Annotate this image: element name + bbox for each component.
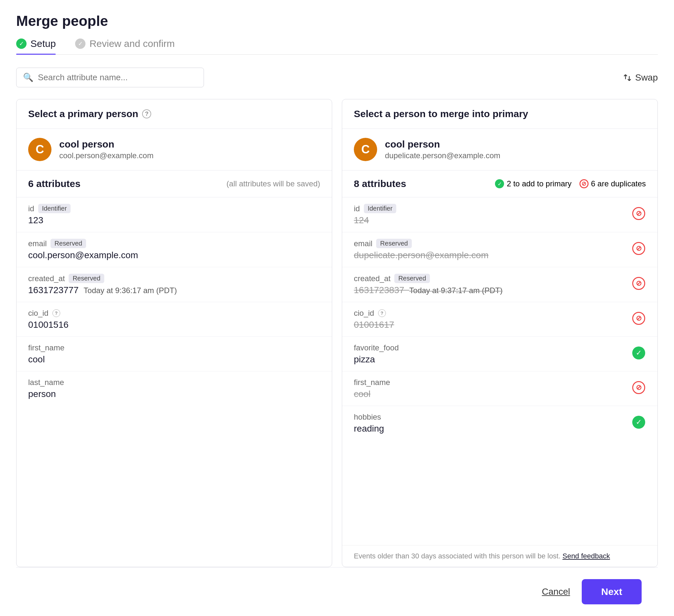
primary-attr-email-tag: Reserved bbox=[50, 239, 86, 248]
secondary-attr-favorite-food: favorite_food pizza ✓ bbox=[342, 337, 658, 371]
primary-attr-id-tag: Identifier bbox=[38, 204, 71, 213]
primary-header: Select a primary person ? bbox=[16, 99, 332, 129]
primary-attributes-header: 6 attributes (all attributes will be sav… bbox=[16, 170, 332, 197]
primary-attr-cio-id-value: 01001516 bbox=[28, 320, 69, 330]
yes-icon: ✓ bbox=[632, 346, 645, 359]
no-icon: ⊘ bbox=[632, 312, 645, 325]
primary-attr-email-key: email bbox=[28, 239, 46, 248]
swap-label: Swap bbox=[635, 72, 658, 83]
primary-help-icon[interactable]: ? bbox=[142, 109, 151, 118]
tabs: ✓ Setup ✓ Review and confirm bbox=[16, 38, 658, 55]
secondary-attr-cio-id-icon: ⊘ bbox=[632, 311, 646, 325]
secondary-attr-first-name: first_name cool ⊘ bbox=[342, 371, 658, 406]
search-icon: 🔍 bbox=[23, 72, 33, 83]
badge-dup-icon: ⊘ bbox=[579, 179, 588, 188]
primary-column: Select a primary person ? C cool person … bbox=[16, 99, 332, 567]
search-box[interactable]: 🔍 bbox=[16, 67, 204, 87]
secondary-attr-email-tag: Reserved bbox=[376, 239, 412, 248]
primary-attr-first-name: first_name cool bbox=[16, 337, 332, 371]
primary-cio-id-help-icon[interactable]: ? bbox=[52, 309, 60, 317]
badge-add-label: 2 to add to primary bbox=[507, 179, 571, 188]
secondary-attr-hobbies-value: reading bbox=[354, 424, 384, 434]
primary-attr-first-name-key: first_name bbox=[28, 343, 65, 352]
primary-attr-created-at: created_at Reserved 1631723777 Today at … bbox=[16, 267, 332, 302]
secondary-attr-email-value: dupelicate.person@example.com bbox=[354, 250, 488, 261]
secondary-attr-favorite-food-value: pizza bbox=[354, 354, 399, 364]
columns: Select a primary person ? C cool person … bbox=[16, 99, 658, 567]
review-check-icon: ✓ bbox=[75, 38, 86, 49]
secondary-cio-id-help-icon[interactable]: ? bbox=[378, 309, 386, 317]
secondary-attr-hobbies-key: hobbies bbox=[354, 413, 381, 422]
secondary-attr-created-at-tag: Reserved bbox=[394, 274, 430, 283]
no-icon: ⊘ bbox=[632, 277, 645, 290]
primary-attributes-count: 6 attributes bbox=[28, 178, 81, 189]
secondary-attr-first-name-key: first_name bbox=[354, 378, 390, 387]
primary-person-card: C cool person cool.person@example.com bbox=[16, 129, 332, 170]
secondary-person-name: cool person bbox=[385, 139, 500, 150]
swap-button[interactable]: Swap bbox=[623, 72, 658, 83]
secondary-attr-first-name-value: cool bbox=[354, 389, 390, 399]
next-button[interactable]: Next bbox=[582, 579, 642, 604]
primary-attr-cio-id: cio_id ? 01001516 bbox=[16, 302, 332, 337]
page-title: Merge people bbox=[16, 13, 658, 29]
secondary-attr-first-name-icon: ⊘ bbox=[632, 380, 646, 395]
primary-attr-cio-id-key: cio_id bbox=[28, 309, 48, 318]
secondary-attr-created-at-value: 1631723837 Today at 9:37:17 am (PDT) bbox=[354, 285, 502, 295]
tab-review[interactable]: ✓ Review and confirm bbox=[75, 38, 175, 54]
primary-attr-last-name-key: last_name bbox=[28, 378, 64, 387]
badge-dup: ⊘ 6 are duplicates bbox=[579, 179, 646, 188]
secondary-attr-id-key: id bbox=[354, 204, 360, 213]
primary-attr-id-value: 123 bbox=[28, 215, 71, 225]
secondary-attr-created-at-sub: Today at 9:37:17 am (PDT) bbox=[409, 286, 502, 295]
secondary-attr-email-icon: ⊘ bbox=[632, 241, 646, 256]
search-input[interactable] bbox=[38, 72, 197, 83]
primary-attr-created-at-sub: Today at 9:36:17 am (PDT) bbox=[84, 286, 177, 295]
secondary-attr-created-at-icon: ⊘ bbox=[632, 276, 646, 291]
secondary-attr-favorite-food-icon: ✓ bbox=[632, 346, 646, 360]
secondary-attributes-list: id Identifier 124 ⊘ email Reserved bbox=[342, 197, 658, 545]
tab-setup[interactable]: ✓ Setup bbox=[16, 38, 56, 54]
secondary-footer-note: Events older than 30 days associated wit… bbox=[342, 545, 658, 567]
primary-attributes-list: id Identifier 123 email Reserved cool.pe… bbox=[16, 197, 332, 567]
secondary-header: Select a person to merge into primary bbox=[342, 99, 658, 129]
secondary-attr-email: email Reserved dupelicate.person@example… bbox=[342, 232, 658, 267]
primary-person-name: cool person bbox=[59, 139, 153, 150]
secondary-attr-id-tag: Identifier bbox=[364, 204, 397, 213]
tab-setup-label: Setup bbox=[30, 38, 56, 49]
secondary-attr-favorite-food-key: favorite_food bbox=[354, 343, 399, 352]
primary-person-email: cool.person@example.com bbox=[59, 151, 153, 160]
secondary-badges: ✓ 2 to add to primary ⊘ 6 are duplicates bbox=[495, 179, 646, 188]
secondary-attr-id: id Identifier 124 ⊘ bbox=[342, 197, 658, 232]
primary-header-title: Select a primary person bbox=[28, 108, 138, 119]
primary-attr-first-name-value: cool bbox=[28, 354, 65, 364]
secondary-attr-id-value: 124 bbox=[354, 215, 396, 225]
primary-attr-email: email Reserved cool.person@example.com bbox=[16, 232, 332, 267]
primary-attr-email-value: cool.person@example.com bbox=[28, 250, 138, 261]
secondary-avatar: C bbox=[354, 138, 377, 161]
secondary-attributes-count: 8 attributes bbox=[354, 178, 406, 189]
no-icon: ⊘ bbox=[632, 242, 645, 255]
secondary-attr-hobbies-icon: ✓ bbox=[632, 415, 646, 429]
yes-icon: ✓ bbox=[632, 416, 645, 429]
no-icon: ⊘ bbox=[632, 207, 645, 220]
primary-attr-last-name-value: person bbox=[28, 389, 64, 399]
no-icon: ⊘ bbox=[632, 381, 645, 394]
tab-review-label: Review and confirm bbox=[89, 38, 175, 49]
secondary-person-card: C cool person dupelicate.person@example.… bbox=[342, 129, 658, 170]
secondary-header-title: Select a person to merge into primary bbox=[354, 108, 528, 119]
primary-person-info: cool person cool.person@example.com bbox=[59, 139, 153, 160]
primary-attr-created-at-key: created_at bbox=[28, 274, 65, 283]
secondary-column: Select a person to merge into primary C … bbox=[342, 99, 658, 567]
secondary-attr-created-at: created_at Reserved 1631723837 Today at … bbox=[342, 267, 658, 302]
secondary-attr-created-at-key: created_at bbox=[354, 274, 390, 283]
primary-attr-id-key: id bbox=[28, 204, 34, 213]
primary-attr-created-at-value: 1631723777 Today at 9:36:17 am (PDT) bbox=[28, 285, 177, 295]
swap-icon bbox=[623, 73, 632, 82]
primary-avatar: C bbox=[28, 138, 51, 161]
send-feedback-link[interactable]: Send feedback bbox=[562, 552, 610, 560]
bottom-bar: Cancel Next bbox=[16, 567, 658, 616]
search-swap-row: 🔍 Swap bbox=[16, 67, 658, 87]
footer-note-text: Events older than 30 days associated wit… bbox=[354, 552, 560, 560]
secondary-attr-email-key: email bbox=[354, 239, 372, 248]
cancel-button[interactable]: Cancel bbox=[542, 587, 570, 597]
